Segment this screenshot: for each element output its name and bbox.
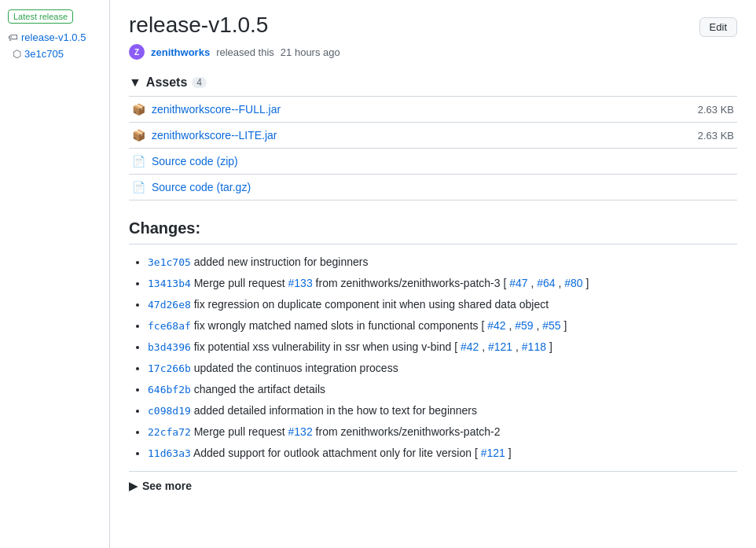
release-header: release-v1.0.5 Edit (129, 13, 737, 38)
commit-hash-1[interactable]: 3e1c705 (148, 256, 191, 268)
see-more[interactable]: ▶ See more (129, 471, 737, 492)
list-item: b3d4396 fix potential xss vulnerability … (148, 339, 737, 355)
commit-hash-3[interactable]: 47d26e8 (148, 299, 191, 311)
commit-text-2: Merge pull request (194, 277, 288, 289)
issue-121-link-a[interactable]: #121 (488, 340, 512, 353)
asset-full-jar-link[interactable]: zenithworkscore--FULL.jar (152, 103, 281, 116)
commit-text-3: fix regression on duplicate component in… (194, 298, 549, 311)
issue-80-link[interactable]: #80 (564, 277, 582, 289)
author-avatar: Z (129, 44, 145, 60)
changes-title: Changes: (129, 219, 737, 237)
list-item: 11d63a3 Added support for outlook attach… (148, 445, 737, 462)
list-item: 3e1c705 added new instruction for beginn… (148, 254, 737, 270)
issue-118-link[interactable]: #118 (522, 340, 546, 353)
list-item: 47d26e8 fix regression on duplicate comp… (148, 296, 737, 313)
sidebar-commit-link[interactable]: ⬡ 3e1c705 (13, 48, 101, 60)
main-content: release-v1.0.5 Edit Z zenithworks releas… (110, 0, 756, 548)
pr-133-link[interactable]: #133 (288, 277, 313, 289)
issue-59-link[interactable]: #59 (515, 319, 533, 332)
assets-header[interactable]: ▼ Assets 4 (129, 75, 737, 90)
issue-42-link-a[interactable]: #42 (487, 319, 505, 332)
commit-text-1: added new instruction for beginners (194, 256, 369, 268)
assets-chevron: ▼ (129, 75, 141, 90)
sidebar-release-link[interactable]: 🏷 release-v1.0.5 (8, 31, 101, 43)
commit-text-2b: from zenithworks/zenithworks-patch-3 [ (316, 277, 510, 289)
commit-hash-8[interactable]: c098d19 (148, 405, 191, 417)
list-item: 646bf2b changed the artifact details (148, 381, 737, 398)
jar-file-icon: 📦 (132, 103, 145, 116)
assets-title: Assets (146, 75, 187, 90)
issue-47-link[interactable]: #47 (509, 277, 527, 289)
issue-42-link-b[interactable]: #42 (461, 340, 479, 353)
sidebar: Latest release 🏷 release-v1.0.5 ⬡ 3e1c70… (0, 0, 110, 548)
commit-text-4: fix wrongly matched named slots in funct… (194, 319, 488, 332)
changes-list: 3e1c705 added new instruction for beginn… (129, 254, 737, 462)
list-item: fce68af fix wrongly matched named slots … (148, 318, 737, 334)
list-item: 17c266b updated the continuos integratio… (148, 360, 737, 377)
sidebar-commit-label: 3e1c705 (24, 48, 64, 60)
asset-lite-jar-link[interactable]: zenithworkscore--LITE.jar (152, 129, 277, 142)
commit-hash-5[interactable]: b3d4396 (148, 341, 191, 353)
asset-left: 📦 zenithworkscore--LITE.jar (132, 129, 277, 142)
targz-file-icon: 📄 (132, 181, 145, 193)
sidebar-release-label: release-v1.0.5 (21, 31, 86, 43)
commit-hash-2[interactable]: 13413b4 (148, 278, 191, 289)
asset-left: 📦 zenithworkscore--FULL.jar (132, 103, 281, 116)
edit-button[interactable]: Edit (699, 17, 737, 37)
list-item: 22cfa72 Merge pull request #132 from zen… (148, 424, 737, 440)
jar-file-icon-2: 📦 (132, 129, 145, 142)
asset-item: 📦 zenithworkscore--FULL.jar 2.63 KB (129, 97, 737, 123)
list-item: c098d19 added detailed information in th… (148, 403, 737, 419)
release-action: released this (216, 46, 274, 58)
commit-text-6: updated the continuos integration proces… (194, 362, 398, 374)
tag-icon: 🏷 (8, 31, 18, 43)
source-targz-item: 📄 Source code (tar.gz) (129, 175, 737, 200)
commit-text-7: changed the artifact details (194, 383, 325, 395)
source-zip-link[interactable]: Source code (zip) (152, 155, 238, 167)
assets-section: ▼ Assets 4 📦 zenithworkscore--FULL.jar 2… (129, 75, 737, 200)
issue-55-link[interactable]: #55 (542, 319, 560, 332)
source-zip-item: 📄 Source code (zip) (129, 149, 737, 175)
commit-text-8: added detailed information in the how to… (194, 404, 477, 417)
zip-file-icon: 📄 (132, 155, 145, 167)
commit-text-5: fix potential xss vulnerability in ssr w… (194, 340, 461, 353)
asset-item: 📦 zenithworkscore--LITE.jar 2.63 KB (129, 123, 737, 149)
asset-lite-jar-size: 2.63 KB (698, 130, 734, 142)
latest-release-badge[interactable]: Latest release (8, 9, 73, 24)
release-time: 21 hours ago (281, 46, 340, 58)
commit-hash-10[interactable]: 11d63a3 (148, 447, 191, 459)
changes-divider (129, 244, 737, 245)
commit-hash-6[interactable]: 17c266b (148, 362, 191, 374)
commit-hash-4[interactable]: fce68af (148, 320, 191, 332)
asset-full-jar-size: 2.63 KB (698, 104, 734, 116)
commit-icon: ⬡ (13, 48, 21, 60)
author-link[interactable]: zenithworks (151, 46, 210, 58)
assets-list: 📦 zenithworkscore--FULL.jar 2.63 KB 📦 ze… (129, 96, 737, 200)
source-targz-link[interactable]: Source code (tar.gz) (152, 181, 251, 193)
issue-121-link-b[interactable]: #121 (481, 447, 505, 459)
see-more-label: See more (142, 480, 192, 492)
see-more-chevron: ▶ (129, 480, 138, 492)
commit-text-9: Merge pull request (194, 425, 288, 438)
assets-count: 4 (192, 77, 207, 88)
release-title: release-v1.0.5 (129, 13, 268, 38)
list-item: 13413b4 Merge pull request #133 from zen… (148, 275, 737, 292)
issue-64-link[interactable]: #64 (537, 277, 555, 289)
commit-hash-9[interactable]: 22cfa72 (148, 426, 191, 438)
pr-132-link[interactable]: #132 (288, 425, 313, 438)
commit-text-10: Added support for outlook attachment onl… (193, 447, 481, 459)
changes-section: Changes: 3e1c705 added new instruction f… (129, 219, 737, 492)
commit-hash-7[interactable]: 646bf2b (148, 384, 191, 395)
release-meta: Z zenithworks released this 21 hours ago (129, 44, 737, 60)
commit-text-9b: from zenithworks/zenithworks-patch-2 (316, 425, 501, 438)
